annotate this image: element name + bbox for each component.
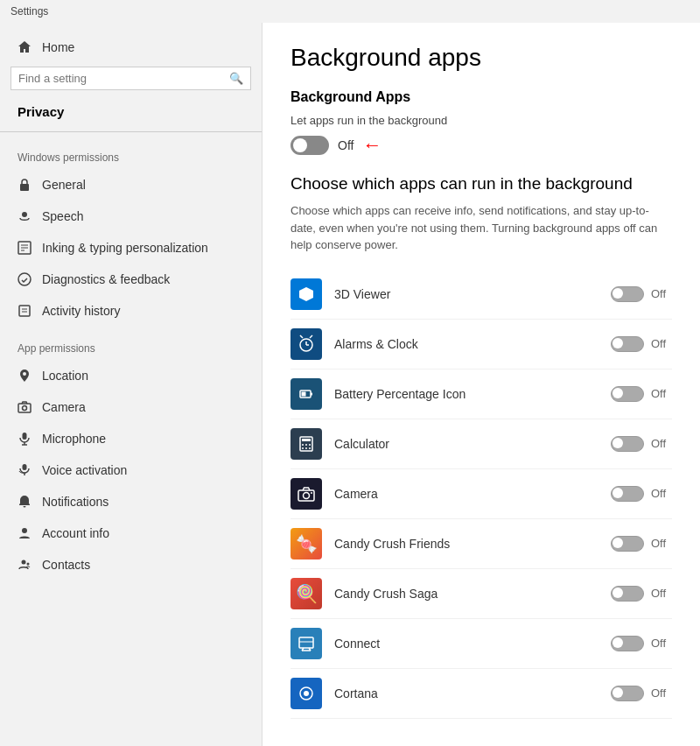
list-item: 🍭 Candy Crush Saga Off xyxy=(290,569,672,619)
app-toggle-candycrushfriends[interactable] xyxy=(611,536,644,552)
voice-label: Voice activation xyxy=(42,463,127,477)
app-toggle-candycrushsaga[interactable] xyxy=(611,586,644,602)
background-apps-section-title: Background Apps xyxy=(290,89,672,105)
sidebar-home-label: Home xyxy=(42,40,74,54)
svg-rect-28 xyxy=(311,392,312,395)
location-label: Location xyxy=(42,369,88,383)
main-toggle-label: Off xyxy=(338,138,354,152)
title-bar: Settings xyxy=(0,0,700,23)
app-toggle-cortana[interactable] xyxy=(611,686,644,701)
svg-point-6 xyxy=(18,273,31,285)
list-item: 🍬 Candy Crush Friends Off xyxy=(290,519,672,569)
pen-icon xyxy=(18,241,32,255)
app-toggle-area-connect: Off xyxy=(611,636,672,651)
app-toggle-label-candycrushfriends: Off xyxy=(651,537,672,550)
svg-point-37 xyxy=(309,447,311,449)
app-toggle-label-alarmsclock: Off xyxy=(651,337,672,350)
app-toggle-camera[interactable] xyxy=(611,486,644,502)
sidebar-item-account[interactable]: Account info xyxy=(0,517,262,549)
app-toggle-3dviewer[interactable] xyxy=(611,286,644,302)
sidebar-item-voice[interactable]: Voice activation xyxy=(0,454,262,486)
search-box[interactable]: 🔍 xyxy=(10,67,251,90)
location-icon xyxy=(18,369,32,383)
inking-label: Inking & typing personalization xyxy=(42,241,208,255)
app-toggle-area-3dviewer: Off xyxy=(611,286,672,302)
app-icon-3dviewer xyxy=(290,278,322,310)
page-title: Background apps xyxy=(290,44,672,72)
svg-point-34 xyxy=(309,444,311,446)
app-toggle-label-connect: Off xyxy=(651,637,672,650)
svg-rect-41 xyxy=(299,637,313,648)
app-toggle-label-cortana: Off xyxy=(651,686,672,700)
svg-line-26 xyxy=(310,335,312,338)
svg-point-1 xyxy=(22,212,27,217)
app-toggle-alarmsclock[interactable] xyxy=(611,336,644,352)
voice-icon xyxy=(18,463,32,477)
svg-point-33 xyxy=(305,444,307,446)
app-icon-cortana xyxy=(290,678,322,709)
sidebar-item-diagnostics[interactable]: Diagnostics & feedback xyxy=(0,264,262,295)
app-toggle-area-cortana: Off xyxy=(611,686,672,701)
app-toggle-label-calculator: Off xyxy=(651,437,672,450)
svg-point-35 xyxy=(302,447,304,449)
sidebar-item-activity[interactable]: Activity history xyxy=(0,295,262,327)
app-toggle-battery[interactable] xyxy=(611,386,644,402)
list-item: Calculator Off xyxy=(290,419,672,469)
app-toggle-label-candycrushsaga: Off xyxy=(651,587,672,600)
account-label: Account info xyxy=(42,526,109,540)
app-toggle-area-calculator: Off xyxy=(611,436,672,452)
sidebar-item-camera[interactable]: Camera xyxy=(0,391,262,423)
app-permissions-label: App permissions xyxy=(0,327,262,360)
sidebar-item-inking[interactable]: Inking & typing personalization xyxy=(0,232,262,264)
app-toggle-area-alarmsclock: Off xyxy=(611,336,672,352)
list-item: Camera Off xyxy=(290,469,672,519)
camera-label: Camera xyxy=(42,400,86,414)
app-name-battery: Battery Percentage Icon xyxy=(334,387,598,401)
svg-rect-10 xyxy=(18,404,31,412)
list-item: Cortana Off xyxy=(290,669,672,719)
sidebar-item-microphone[interactable]: Microphone xyxy=(0,423,262,454)
app-toggle-calculator[interactable] xyxy=(611,436,644,452)
sidebar-item-home[interactable]: Home xyxy=(0,32,262,63)
app-name-alarmsclock: Alarms & Clock xyxy=(334,337,598,351)
app-icon-battery xyxy=(290,378,322,410)
microphone-label: Microphone xyxy=(42,432,106,446)
windows-permissions-label: Windows permissions xyxy=(0,136,262,169)
notifications-icon xyxy=(18,495,32,509)
list-item: Connect Off xyxy=(290,619,672,669)
sidebar-item-location[interactable]: Location xyxy=(0,360,262,391)
app-icon-calculator xyxy=(290,428,322,460)
choose-section-title: Choose which apps can run in the backgro… xyxy=(290,174,672,194)
app-name-calculator: Calculator xyxy=(334,437,598,451)
app-toggle-connect[interactable] xyxy=(611,636,644,651)
account-icon xyxy=(18,526,32,540)
sidebar-item-general[interactable]: General xyxy=(0,169,262,201)
svg-point-36 xyxy=(305,447,307,449)
svg-point-46 xyxy=(304,691,309,696)
app-name-3dviewer: 3D Viewer xyxy=(334,287,598,301)
background-apps-toggle[interactable] xyxy=(290,136,329,155)
sidebar-item-notifications[interactable]: Notifications xyxy=(0,486,262,517)
app-icon-alarmsclock xyxy=(290,328,322,360)
toggle-description: Let apps run in the background xyxy=(290,114,672,127)
sidebar-item-contacts[interactable]: Contacts xyxy=(0,549,262,581)
svg-line-25 xyxy=(300,335,303,338)
search-input[interactable] xyxy=(18,72,224,85)
svg-point-40 xyxy=(311,492,312,494)
app-name-camera: Camera xyxy=(334,487,598,501)
main-content: Background apps Background Apps Let apps… xyxy=(262,23,700,746)
svg-rect-12 xyxy=(23,433,27,440)
sidebar-item-speech[interactable]: Speech xyxy=(0,201,262,232)
list-item: 3D Viewer Off xyxy=(290,270,672,320)
red-arrow-indicator: ← xyxy=(362,134,382,157)
app-toggle-label-3dviewer: Off xyxy=(651,287,672,300)
app-list: 3D Viewer Off xyxy=(290,270,672,719)
svg-rect-15 xyxy=(23,464,27,470)
camera-icon xyxy=(18,400,32,414)
search-icon: 🔍 xyxy=(229,72,243,85)
svg-point-11 xyxy=(23,406,27,411)
svg-rect-29 xyxy=(302,391,306,396)
contacts-label: Contacts xyxy=(42,558,90,572)
app-name-connect: Connect xyxy=(334,637,598,651)
notifications-label: Notifications xyxy=(42,495,108,509)
